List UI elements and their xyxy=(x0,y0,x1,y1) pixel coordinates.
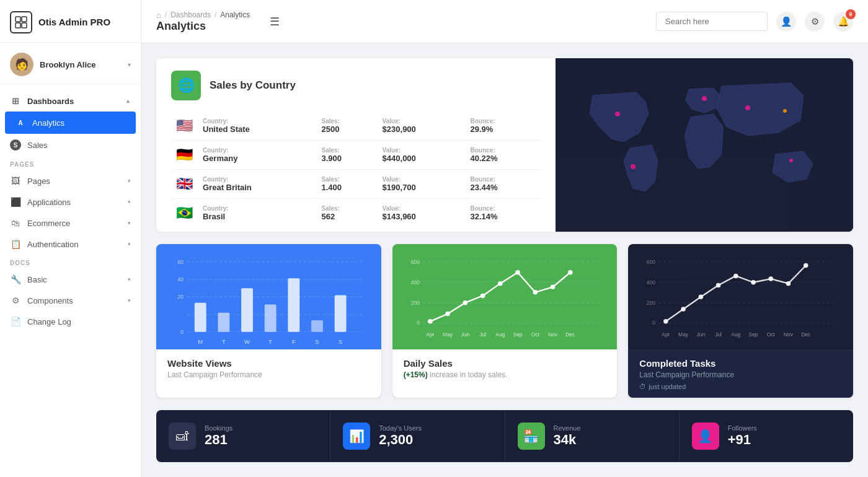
svg-point-8 xyxy=(745,105,750,110)
svg-text:May: May xyxy=(443,331,453,338)
svg-point-49 xyxy=(550,285,555,290)
dashboards-chevron-icon: ▲ xyxy=(125,98,131,104)
svg-point-7 xyxy=(702,96,707,101)
website-views-card: 60 40 20 0 M xyxy=(156,244,381,398)
svg-point-10 xyxy=(789,159,793,162)
svg-point-6 xyxy=(631,164,636,169)
search-input[interactable] xyxy=(656,12,768,31)
changelog-icon: 📄 xyxy=(10,317,21,326)
stat-text: Today's Users 2,300 xyxy=(379,424,422,448)
svg-text:20: 20 xyxy=(178,294,184,300)
sidebar-item-pages[interactable]: 🖼 Pages ▾ xyxy=(0,170,141,191)
sidebar-item-dashboards[interactable]: ⊞ Dashboards ▲ xyxy=(0,90,141,112)
sales-cell: Sales: 1.400 xyxy=(316,170,377,199)
svg-text:Apr: Apr xyxy=(662,331,670,338)
sidebar-nav: ⊞ Dashboards ▲ A Analytics S Sales PAGES… xyxy=(0,84,141,477)
stat-text: Bookings 281 xyxy=(205,424,232,448)
svg-text:M: M xyxy=(198,338,203,345)
sidebar-item-sales[interactable]: S Sales xyxy=(0,134,141,156)
sidebar-item-authentication[interactable]: 📋 Authentication ▾ xyxy=(0,234,141,255)
svg-rect-23 xyxy=(265,305,277,332)
daily-sales-chart: 600 400 200 0 xyxy=(392,244,618,349)
svg-text:Oct: Oct xyxy=(767,331,776,338)
stat-label: Today's Users xyxy=(379,424,422,432)
notification-badge: 9 xyxy=(846,9,856,19)
completed-tasks-card: 600 400 200 0 xyxy=(628,244,853,398)
stat-item: 👤 Followers +91 xyxy=(680,410,853,462)
stat-text: Followers +91 xyxy=(728,424,757,448)
svg-point-50 xyxy=(568,270,573,275)
main: ⌂ / Dashboards / Analytics Analytics ☰ 👤… xyxy=(141,0,868,477)
sidebar: Otis Admin PRO 🧑 Brooklyn Alice ▾ ⊞ Dash… xyxy=(0,0,141,477)
svg-text:600: 600 xyxy=(647,259,655,265)
website-views-meta: ⏱ campaign sent 2 days ago xyxy=(167,383,370,390)
user-profile[interactable]: 🧑 Brooklyn Alice ▾ xyxy=(0,43,141,84)
logo-text: Otis Admin PRO xyxy=(38,17,110,28)
clock-icon-3: ⏱ xyxy=(639,383,646,390)
ecommerce-label: Ecommerce xyxy=(27,219,70,228)
svg-text:F: F xyxy=(292,338,296,345)
sidebar-item-changelog[interactable]: 📄 Change Log xyxy=(0,311,141,332)
svg-text:600: 600 xyxy=(410,259,419,265)
bounce-cell: Bounce: 23.44% xyxy=(466,170,541,199)
country-cell: Country: Great Britain xyxy=(198,170,316,199)
user-icon[interactable]: 👤 xyxy=(776,12,796,32)
analytics-label: Analytics xyxy=(32,118,64,128)
value-cell: Value: $190,700 xyxy=(378,170,466,199)
country-flag: 🇩🇪 xyxy=(171,141,198,170)
svg-point-75 xyxy=(786,281,791,286)
svg-text:Jun: Jun xyxy=(461,331,469,338)
daily-sales-subtitle: (+15%) increase in today sales. xyxy=(404,370,606,379)
page-title-block: ⌂ / Dashboards / Analytics Analytics xyxy=(156,11,250,33)
charts-row: 60 40 20 0 M xyxy=(156,244,853,398)
clock-icon: ⏱ xyxy=(167,383,174,390)
sales-cell: Sales: 3.900 xyxy=(316,141,377,170)
value-cell: Value: $230,900 xyxy=(378,112,466,141)
hamburger-icon[interactable]: ☰ xyxy=(270,15,280,28)
sidebar-item-components[interactable]: ⚙ Components ▾ xyxy=(0,290,141,311)
stat-icon: 👤 xyxy=(692,422,719,450)
stat-icon: 🛋 xyxy=(169,422,196,450)
docs-section-label: DOCS xyxy=(0,255,141,269)
stat-label: Followers xyxy=(728,424,757,432)
table-row: 🇬🇧 Country: Great Britain Sales: 1.400 V… xyxy=(171,170,541,199)
svg-point-42 xyxy=(428,319,433,324)
world-map xyxy=(556,58,853,232)
svg-rect-20 xyxy=(195,303,206,332)
svg-point-9 xyxy=(783,109,787,113)
sidebar-item-basic[interactable]: 🔧 Basic ▾ xyxy=(0,269,141,290)
svg-rect-22 xyxy=(241,288,253,332)
svg-text:Nov: Nov xyxy=(784,331,794,338)
settings-icon[interactable]: ⚙ xyxy=(805,12,825,32)
avatar: 🧑 xyxy=(10,53,33,76)
svg-text:40: 40 xyxy=(178,276,184,282)
dashboards-icon: ⊞ xyxy=(10,96,21,106)
svg-text:Aug: Aug xyxy=(495,331,505,338)
website-views-info: Website Views Last Campaign Performance … xyxy=(156,349,381,398)
svg-text:S: S xyxy=(315,338,319,345)
pages-section-label: PAGES xyxy=(0,156,141,170)
sidebar-item-applications[interactable]: ⬛ Applications ▾ xyxy=(0,191,141,212)
notifications-icon[interactable]: 🔔 9 xyxy=(833,12,853,32)
svg-text:Apr: Apr xyxy=(426,331,434,338)
sidebar-item-analytics[interactable]: A Analytics xyxy=(5,112,136,134)
stat-icon: 🏪 xyxy=(518,422,545,450)
svg-point-70 xyxy=(699,295,704,300)
authentication-icon: 📋 xyxy=(10,239,21,249)
country-cell: Country: United State xyxy=(198,112,316,141)
daily-sales-info: Daily Sales (+15%) increase in today sal… xyxy=(392,349,618,398)
svg-text:T: T xyxy=(222,338,226,345)
sidebar-item-ecommerce[interactable]: 🛍 Ecommerce ▾ xyxy=(0,212,141,234)
svg-text:Sep: Sep xyxy=(749,331,758,338)
bounce-cell: Bounce: 32.14% xyxy=(466,199,541,228)
svg-rect-1 xyxy=(22,17,27,22)
svg-point-72 xyxy=(733,274,738,279)
svg-point-46 xyxy=(498,281,503,286)
breadcrumb: ⌂ / Dashboards / Analytics xyxy=(156,11,250,20)
svg-point-76 xyxy=(804,263,808,268)
search-wrap xyxy=(656,12,768,31)
completed-tasks-title: Completed Tasks xyxy=(639,358,842,369)
stat-value: +91 xyxy=(728,432,757,448)
svg-text:200: 200 xyxy=(410,300,419,306)
stat-label: Revenue xyxy=(554,424,581,432)
